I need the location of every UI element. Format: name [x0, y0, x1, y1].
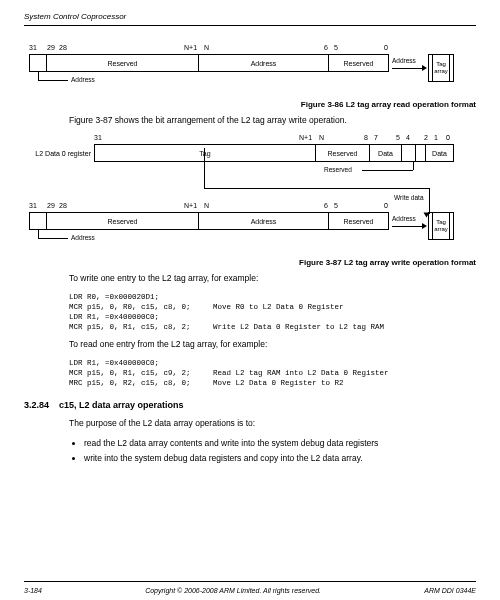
- field-address-high: [29, 54, 47, 72]
- bit-label: 31: [29, 202, 37, 209]
- bit-label: 8: [364, 134, 368, 141]
- bit-label: 28: [59, 44, 67, 51]
- bit-label: 4: [406, 134, 410, 141]
- arrow-label: Address: [392, 215, 416, 222]
- page-header: System Control Coprocessor: [24, 12, 476, 21]
- diagram-3: Write data 31 29 28 N+1 N 6 5 0 Reserved…: [29, 188, 476, 248]
- footer-copyright: Copyright © 2006-2008 ARM Limited. All r…: [145, 587, 321, 594]
- reserved-bracket-label: Reserved: [324, 166, 352, 173]
- bit-label: 31: [94, 134, 102, 141]
- page-footer: 3-184 Copyright © 2006-2008 ARM Limited.…: [24, 587, 476, 594]
- body-paragraph: To read one entry from the L2 tag array,…: [69, 339, 476, 350]
- field-tag: Tag: [94, 144, 316, 162]
- field-address-high: [29, 212, 47, 230]
- section-heading: 3.2.84 c15, L2 data array operations: [24, 400, 476, 410]
- bit-label: 0: [446, 134, 450, 141]
- field-data-2: Data: [426, 144, 454, 162]
- bit-label: 0: [384, 44, 388, 51]
- list-item: write into the system debug data registe…: [84, 452, 476, 465]
- diagram-2: 31 N+1 N 8 7 5 4 2 1 0 L2 Data 0 registe…: [24, 134, 476, 178]
- tag-array-block: Tag array: [428, 54, 454, 82]
- address-bracket-label: Address: [71, 76, 95, 83]
- bit-label: 0: [384, 202, 388, 209]
- field-address: Address: [199, 212, 329, 230]
- bit-label: 1: [434, 134, 438, 141]
- section-title: c15, L2 data array operations: [59, 400, 184, 410]
- figure-caption-2: Figure 3-87 L2 tag array write operation…: [24, 258, 476, 267]
- bit-label: N: [319, 134, 324, 141]
- field-reserved: Reserved: [316, 144, 370, 162]
- bit-label: N+1: [299, 134, 312, 141]
- footer-rule: [24, 581, 476, 582]
- footer-page: 3-184: [24, 587, 42, 594]
- figure-caption-1: Figure 3-86 L2 tag array read operation …: [24, 100, 476, 109]
- diagram-1: 31 29 28 N+1 N 6 5 0 Reserved Address Re…: [29, 44, 476, 90]
- tag-array-block: Tag array: [428, 212, 454, 240]
- header-rule: [24, 25, 476, 26]
- footer-docid: ARM DDI 0344E: [424, 587, 476, 594]
- bit-label: 29: [47, 202, 55, 209]
- bit-label: N: [204, 202, 209, 209]
- bit-label: N+1: [184, 202, 197, 209]
- field-reserved-1: Reserved: [47, 54, 199, 72]
- field-reserved-2: Reserved: [329, 212, 389, 230]
- code-example-1: LDR R0, =0x000020D1; MCR p15, 0, R0, c15…: [69, 292, 476, 333]
- section-number: 3.2.84: [24, 400, 49, 410]
- arrow-label: Address: [392, 57, 416, 64]
- bit-label: 2: [424, 134, 428, 141]
- field-reserved-2: Reserved: [329, 54, 389, 72]
- bit-label: 31: [29, 44, 37, 51]
- address-bracket-label: Address: [71, 234, 95, 241]
- register-label: L2 Data 0 register: [24, 144, 94, 162]
- write-data-label: Write data: [394, 194, 424, 201]
- bit-label: 7: [374, 134, 378, 141]
- field-gap2: [416, 144, 426, 162]
- bit-label: 6: [324, 44, 328, 51]
- bit-label: 5: [334, 202, 338, 209]
- code-example-2: LDR R1, =0x400000C0; MCR p15, 0, R1, c15…: [69, 358, 476, 388]
- bit-label: 28: [59, 202, 67, 209]
- bullet-list: read the L2 data array contents and writ…: [84, 437, 476, 465]
- body-paragraph: The purpose of the L2 data array operati…: [69, 418, 476, 429]
- bit-label: 5: [334, 44, 338, 51]
- body-paragraph: To write one entry to the L2 tag array, …: [69, 273, 476, 284]
- bit-label: N+1: [184, 44, 197, 51]
- field-data-1: Data: [370, 144, 402, 162]
- list-item: read the L2 data array contents and writ…: [84, 437, 476, 450]
- field-gap: [402, 144, 416, 162]
- bit-label: N: [204, 44, 209, 51]
- bit-label: 6: [324, 202, 328, 209]
- field-reserved-1: Reserved: [47, 212, 199, 230]
- bit-label: 5: [396, 134, 400, 141]
- body-paragraph: Figure 3-87 shows the bit arrangement of…: [69, 115, 476, 126]
- field-address: Address: [199, 54, 329, 72]
- bit-label: 29: [47, 44, 55, 51]
